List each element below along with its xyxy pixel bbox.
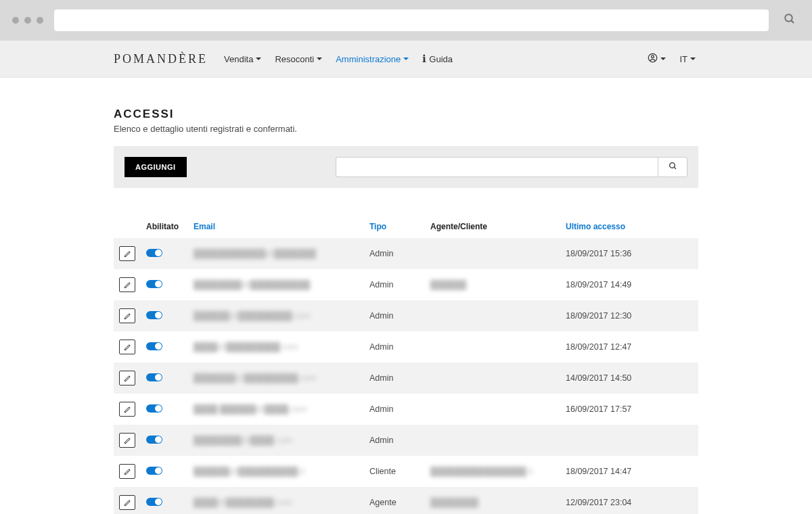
chevron-down-icon	[690, 57, 696, 60]
brand-logo: POMANDÈRE	[114, 52, 213, 66]
app-nav-bar: POMANDÈRE Vendita Resoconti Amministrazi…	[0, 41, 812, 78]
search-button[interactable]	[658, 157, 687, 177]
edit-button[interactable]	[119, 340, 135, 354]
user-icon	[648, 53, 658, 65]
col-ultimo[interactable]: Ultimo accesso	[560, 215, 698, 238]
nav-label: Vendita	[224, 54, 253, 64]
window-dot	[37, 17, 43, 24]
tipo-cell: Admin	[364, 363, 425, 394]
table-row: ████████████@███████Admin18/09/2017 15:3…	[114, 238, 698, 269]
tipo-cell: Admin	[364, 300, 425, 331]
edit-button[interactable]	[119, 495, 135, 510]
table-row: ████████@████.comAdmin	[114, 425, 698, 456]
edit-button[interactable]	[119, 277, 135, 292]
tipo-cell: Agente	[364, 487, 425, 514]
chevron-down-icon	[660, 57, 666, 60]
window-top-bar	[0, 0, 812, 41]
svg-point-0	[785, 14, 792, 22]
enabled-toggle[interactable]	[146, 467, 162, 475]
table-row: ████████@██████████Admin██████18/09/2017…	[114, 269, 698, 300]
edit-button[interactable]	[119, 464, 135, 479]
ultimo-cell: 16/09/2017 17:57	[560, 394, 698, 425]
nav-resoconti[interactable]: Resoconti	[272, 50, 325, 68]
address-bar[interactable]	[54, 9, 769, 31]
agente-cell: ████████████████.it	[430, 467, 533, 476]
search-input[interactable]	[336, 157, 658, 177]
page-content: ACCESSI Elenco e dettaglio utenti regist…	[114, 78, 698, 514]
svg-point-3	[652, 55, 654, 58]
ultimo-cell: 14/09/2017 14:50	[560, 363, 698, 394]
agente-cell: ██████	[430, 280, 466, 289]
enabled-toggle[interactable]	[146, 404, 162, 413]
ultimo-cell: 12/09/2017 23:04	[560, 487, 698, 514]
nav-user-menu[interactable]	[645, 49, 669, 69]
ultimo-cell: 18/09/2017 12:30	[560, 300, 698, 331]
svg-point-4	[669, 163, 675, 168]
tipo-cell: Admin	[364, 425, 425, 456]
col-enabled: Abilitato	[141, 215, 188, 238]
table-row: ████@█████████.comAdmin18/09/2017 12:47	[114, 331, 698, 363]
email-cell: ██████@██████████.it	[194, 467, 304, 476]
edit-button[interactable]	[119, 433, 135, 448]
nav-language[interactable]: IT	[677, 50, 698, 68]
ultimo-cell: 18/09/2017 12:47	[560, 331, 698, 363]
nav-guida[interactable]: ℹ Guida	[420, 49, 455, 69]
col-tipo[interactable]: Tipo	[364, 215, 425, 238]
enabled-toggle[interactable]	[146, 436, 162, 444]
page-title: ACCESSI	[114, 108, 698, 121]
search-icon[interactable]	[780, 13, 800, 28]
nav-amministrazione[interactable]: Amministrazione	[333, 50, 411, 68]
users-table: Abilitato Email Tipo Agente/Cliente Ulti…	[114, 215, 698, 514]
edit-button[interactable]	[119, 246, 135, 261]
tipo-cell: Admin	[364, 331, 425, 363]
nav-label: Guida	[429, 54, 453, 64]
col-agente: Agente/Cliente	[425, 215, 560, 238]
nav-vendita[interactable]: Vendita	[221, 50, 264, 68]
page-subtitle: Elenco e dettaglio utenti registrati e c…	[114, 124, 698, 134]
add-button[interactable]: AGGIUNGI	[125, 157, 187, 177]
email-cell: ████@█████████.com	[194, 342, 298, 352]
nav-label: Amministrazione	[336, 54, 401, 64]
filter-bar: AGGIUNGI	[114, 146, 698, 188]
window-dot	[24, 17, 31, 24]
ultimo-cell: 18/09/2017 14:49	[560, 269, 698, 300]
table-row: ██████@█████████.comAdmin18/09/2017 12:3…	[114, 300, 698, 331]
enabled-toggle[interactable]	[146, 311, 162, 319]
ultimo-cell	[560, 425, 698, 456]
table-row: ████.██████@████.comAdmin16/09/2017 17:5…	[114, 394, 698, 425]
agente-cell: ████████	[430, 498, 478, 507]
table-row: ███████@█████████.comAdmin14/09/2017 14:…	[114, 363, 698, 394]
email-cell: ████.██████@████.com	[194, 404, 307, 414]
enabled-toggle[interactable]	[146, 498, 162, 506]
table-row: ██████@██████████.itCliente█████████████…	[114, 456, 698, 487]
window-dot	[12, 17, 19, 24]
email-cell: ████████@████.com	[194, 436, 292, 445]
enabled-toggle[interactable]	[146, 249, 162, 257]
window-dots	[12, 17, 43, 24]
svg-line-5	[674, 167, 676, 169]
tipo-cell: Admin	[364, 394, 425, 425]
enabled-toggle[interactable]	[146, 280, 162, 288]
email-cell: ███████@█████████.com	[194, 373, 316, 383]
edit-button[interactable]	[119, 371, 135, 386]
tipo-cell: Admin	[364, 238, 425, 269]
email-cell: ████████████@███████	[194, 249, 316, 258]
chevron-down-icon	[256, 57, 261, 60]
chevron-down-icon	[403, 57, 409, 60]
info-icon: ℹ	[422, 53, 426, 65]
email-cell: ████@████████.com	[194, 498, 292, 507]
table-row: ████@████████.comAgente████████12/09/201…	[114, 487, 698, 514]
svg-line-1	[791, 20, 794, 23]
email-cell: ██████@█████████.com	[194, 311, 311, 321]
ultimo-cell: 18/09/2017 15:36	[560, 238, 698, 269]
enabled-toggle[interactable]	[146, 342, 162, 350]
tipo-cell: Cliente	[364, 456, 425, 487]
col-email[interactable]: Email	[188, 215, 364, 238]
ultimo-cell: 18/09/2017 14:47	[560, 456, 698, 487]
edit-button[interactable]	[119, 402, 135, 417]
edit-button[interactable]	[119, 308, 135, 323]
enabled-toggle[interactable]	[146, 373, 162, 381]
nav-label: IT	[679, 54, 687, 64]
tipo-cell: Admin	[364, 269, 425, 300]
nav-label: Resoconti	[275, 54, 314, 64]
